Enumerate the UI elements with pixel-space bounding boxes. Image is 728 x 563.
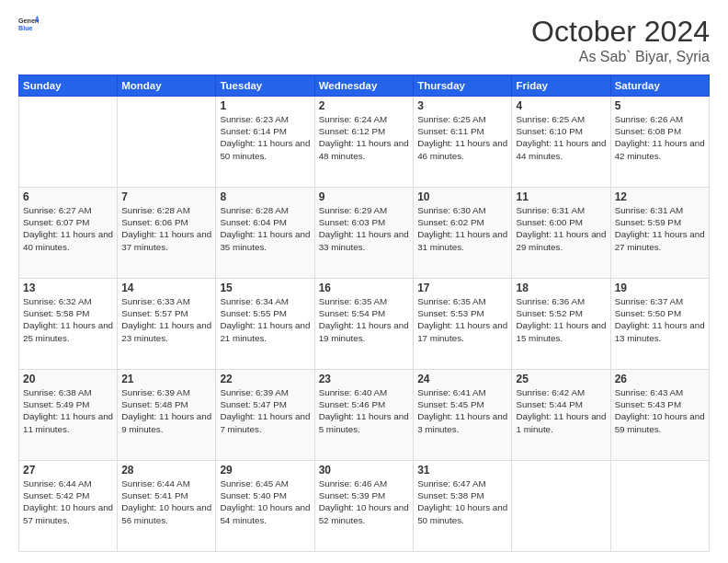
calendar-cell xyxy=(19,97,118,188)
calendar-cell: 22 Sunrise: 6:39 AMSunset: 5:47 PMDaylig… xyxy=(216,370,314,461)
day-number: 1 xyxy=(220,99,310,112)
day-info: Sunrise: 6:46 AMSunset: 5:39 PMDaylight:… xyxy=(319,477,410,526)
day-number: 23 xyxy=(319,373,410,385)
day-info: Sunrise: 6:26 AMSunset: 6:08 PMDaylight:… xyxy=(615,113,705,162)
day-info: Sunrise: 6:39 AMSunset: 5:48 PMDaylight:… xyxy=(121,386,211,435)
title-block: October 2024 As Sab` Biyar, Syria xyxy=(531,15,710,65)
day-number: 5 xyxy=(615,99,705,112)
calendar-cell: 27 Sunrise: 6:44 AMSunset: 5:42 PMDaylig… xyxy=(19,461,118,552)
day-info: Sunrise: 6:25 AMSunset: 6:10 PMDaylight:… xyxy=(516,113,606,162)
day-info: Sunrise: 6:44 AMSunset: 5:42 PMDaylight:… xyxy=(23,477,113,526)
calendar-cell: 28 Sunrise: 6:44 AMSunset: 5:41 PMDaylig… xyxy=(118,461,216,552)
day-number: 31 xyxy=(417,464,507,477)
day-number: 19 xyxy=(615,282,705,294)
day-number: 16 xyxy=(319,282,410,294)
calendar-cell: 29 Sunrise: 6:45 AMSunset: 5:40 PMDaylig… xyxy=(216,461,314,552)
calendar-cell: 3 Sunrise: 6:25 AMSunset: 6:11 PMDayligh… xyxy=(414,97,512,188)
day-info: Sunrise: 6:33 AMSunset: 5:57 PMDaylight:… xyxy=(121,295,211,344)
day-info: Sunrise: 6:47 AMSunset: 5:38 PMDaylight:… xyxy=(417,477,507,526)
day-info: Sunrise: 6:38 AMSunset: 5:49 PMDaylight:… xyxy=(23,386,113,435)
calendar-cell: 13 Sunrise: 6:32 AMSunset: 5:58 PMDaylig… xyxy=(19,279,118,370)
calendar-cell: 30 Sunrise: 6:46 AMSunset: 5:39 PMDaylig… xyxy=(314,461,414,552)
svg-text:General: General xyxy=(18,17,39,25)
location-title: As Sab` Biyar, Syria xyxy=(531,49,710,65)
day-info: Sunrise: 6:24 AMSunset: 6:12 PMDaylight:… xyxy=(319,113,410,162)
day-info: Sunrise: 6:31 AMSunset: 6:00 PMDaylight:… xyxy=(516,204,606,253)
col-sunday: Sunday xyxy=(19,75,118,97)
day-number: 20 xyxy=(23,373,113,385)
day-info: Sunrise: 6:37 AMSunset: 5:50 PMDaylight:… xyxy=(615,295,705,344)
day-number: 27 xyxy=(23,464,113,477)
calendar-cell: 24 Sunrise: 6:41 AMSunset: 5:45 PMDaylig… xyxy=(414,370,512,461)
day-number: 4 xyxy=(516,99,606,112)
day-number: 17 xyxy=(417,282,507,294)
day-info: Sunrise: 6:45 AMSunset: 5:40 PMDaylight:… xyxy=(220,477,310,526)
calendar-cell: 23 Sunrise: 6:40 AMSunset: 5:46 PMDaylig… xyxy=(314,370,414,461)
calendar-cell: 26 Sunrise: 6:43 AMSunset: 5:43 PMDaylig… xyxy=(610,370,709,461)
svg-text:Blue: Blue xyxy=(18,25,33,32)
calendar-cell: 9 Sunrise: 6:29 AMSunset: 6:03 PMDayligh… xyxy=(314,188,414,279)
calendar-cell: 10 Sunrise: 6:30 AMSunset: 6:02 PMDaylig… xyxy=(414,188,512,279)
calendar-cell: 12 Sunrise: 6:31 AMSunset: 5:59 PMDaylig… xyxy=(610,188,709,279)
day-number: 12 xyxy=(615,190,705,203)
day-number: 9 xyxy=(319,190,410,203)
day-info: Sunrise: 6:44 AMSunset: 5:41 PMDaylight:… xyxy=(121,477,211,526)
calendar-cell: 25 Sunrise: 6:42 AMSunset: 5:44 PMDaylig… xyxy=(512,370,610,461)
logo-icon: General Blue xyxy=(18,15,39,35)
calendar-cell: 31 Sunrise: 6:47 AMSunset: 5:38 PMDaylig… xyxy=(414,461,512,552)
calendar-cell: 5 Sunrise: 6:26 AMSunset: 6:08 PMDayligh… xyxy=(610,97,709,188)
day-number: 22 xyxy=(220,373,310,385)
calendar-cell: 7 Sunrise: 6:28 AMSunset: 6:06 PMDayligh… xyxy=(118,188,216,279)
day-number: 13 xyxy=(23,282,113,294)
day-info: Sunrise: 6:42 AMSunset: 5:44 PMDaylight:… xyxy=(516,386,606,435)
calendar-cell xyxy=(118,97,216,188)
day-number: 2 xyxy=(319,99,410,112)
day-number: 29 xyxy=(220,464,310,477)
day-info: Sunrise: 6:36 AMSunset: 5:52 PMDaylight:… xyxy=(516,295,606,344)
page-header: General Blue October 2024 As Sab` Biyar,… xyxy=(18,15,710,65)
col-saturday: Saturday xyxy=(610,75,709,97)
day-number: 15 xyxy=(220,282,310,294)
day-number: 26 xyxy=(615,373,705,385)
calendar-cell: 18 Sunrise: 6:36 AMSunset: 5:52 PMDaylig… xyxy=(512,279,610,370)
day-number: 11 xyxy=(516,190,606,203)
day-info: Sunrise: 6:25 AMSunset: 6:11 PMDaylight:… xyxy=(417,113,507,162)
day-number: 25 xyxy=(516,373,606,385)
col-wednesday: Wednesday xyxy=(314,75,414,97)
day-number: 3 xyxy=(417,99,507,112)
day-info: Sunrise: 6:30 AMSunset: 6:02 PMDaylight:… xyxy=(417,204,507,253)
day-number: 18 xyxy=(516,282,606,294)
day-info: Sunrise: 6:41 AMSunset: 5:45 PMDaylight:… xyxy=(417,386,507,435)
calendar-cell: 4 Sunrise: 6:25 AMSunset: 6:10 PMDayligh… xyxy=(512,97,610,188)
calendar-cell: 6 Sunrise: 6:27 AMSunset: 6:07 PMDayligh… xyxy=(19,188,118,279)
calendar-week-1: 1 Sunrise: 6:23 AMSunset: 6:14 PMDayligh… xyxy=(19,97,710,188)
calendar-cell: 19 Sunrise: 6:37 AMSunset: 5:50 PMDaylig… xyxy=(610,279,709,370)
day-number: 10 xyxy=(417,190,507,203)
day-info: Sunrise: 6:31 AMSunset: 5:59 PMDaylight:… xyxy=(615,204,705,253)
day-info: Sunrise: 6:40 AMSunset: 5:46 PMDaylight:… xyxy=(319,386,410,435)
calendar-cell xyxy=(512,461,610,552)
day-info: Sunrise: 6:29 AMSunset: 6:03 PMDaylight:… xyxy=(319,204,410,253)
col-monday: Monday xyxy=(118,75,216,97)
calendar-cell: 14 Sunrise: 6:33 AMSunset: 5:57 PMDaylig… xyxy=(118,279,216,370)
day-number: 24 xyxy=(417,373,507,385)
col-friday: Friday xyxy=(512,75,610,97)
day-info: Sunrise: 6:27 AMSunset: 6:07 PMDaylight:… xyxy=(23,204,113,253)
calendar-table: Sunday Monday Tuesday Wednesday Thursday… xyxy=(18,75,710,552)
logo: General Blue xyxy=(18,15,40,35)
calendar-cell: 15 Sunrise: 6:34 AMSunset: 5:55 PMDaylig… xyxy=(216,279,314,370)
col-thursday: Thursday xyxy=(414,75,512,97)
day-info: Sunrise: 6:35 AMSunset: 5:53 PMDaylight:… xyxy=(417,295,507,344)
month-title: October 2024 xyxy=(531,15,710,49)
calendar-cell: 8 Sunrise: 6:28 AMSunset: 6:04 PMDayligh… xyxy=(216,188,314,279)
calendar-week-2: 6 Sunrise: 6:27 AMSunset: 6:07 PMDayligh… xyxy=(19,188,710,279)
calendar-week-3: 13 Sunrise: 6:32 AMSunset: 5:58 PMDaylig… xyxy=(19,279,710,370)
day-info: Sunrise: 6:23 AMSunset: 6:14 PMDaylight:… xyxy=(220,113,310,162)
day-number: 21 xyxy=(121,373,211,385)
calendar-cell xyxy=(610,461,709,552)
day-number: 30 xyxy=(319,464,410,477)
calendar-cell: 1 Sunrise: 6:23 AMSunset: 6:14 PMDayligh… xyxy=(216,97,314,188)
calendar-cell: 17 Sunrise: 6:35 AMSunset: 5:53 PMDaylig… xyxy=(414,279,512,370)
day-info: Sunrise: 6:34 AMSunset: 5:55 PMDaylight:… xyxy=(220,295,310,344)
day-info: Sunrise: 6:39 AMSunset: 5:47 PMDaylight:… xyxy=(220,386,310,435)
